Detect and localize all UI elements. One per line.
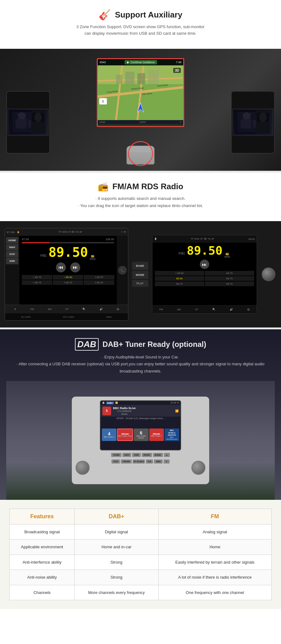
hu-down-btn[interactable]: ▼ xyxy=(164,459,170,464)
hu-band-btn[interactable]: BAND xyxy=(153,453,163,457)
radio-bottom-bar: ⏸ FM AM ST 🔍 🔊 ⏻ xyxy=(5,305,128,313)
ch7-label: DRadle xyxy=(153,433,160,435)
headrest-left-monitor xyxy=(6,91,50,154)
table-row: Channels More channels every frequency O… xyxy=(10,585,272,600)
power-icon[interactable]: ⏻ xyxy=(116,308,119,311)
ams-button[interactable]: AMS xyxy=(6,258,18,264)
right-preset-1[interactable]: 2 89.50 xyxy=(155,271,204,276)
head-unit-knob-left[interactable] xyxy=(76,461,90,475)
row3-dab: Strong xyxy=(75,555,158,570)
radio-tp-indicators: TP EON ST G̈D TA AF xyxy=(58,231,82,233)
right-prev-button[interactable]: ⏭ xyxy=(200,260,209,269)
hu-fmam-btn[interactable]: FM/AM xyxy=(121,459,132,464)
search-icon[interactable]: 🔍 xyxy=(82,308,86,311)
radio-right-display: FM1 89.50 📻 MHz ⏭ 2 89.50 89.75 89.50 xyxy=(152,243,257,305)
svg-rect-20 xyxy=(148,70,159,84)
table-header-row: Features DAB+ FM xyxy=(10,509,272,524)
back-icon: ↩ xyxy=(121,231,123,233)
radio-main-content: HOME NAVI DVD AMS 87.50 108.00 xyxy=(5,236,128,305)
svg-rect-21 xyxy=(116,75,122,84)
row1-dab: Digital signal xyxy=(75,524,158,540)
hu-dab-btn[interactable]: DAB xyxy=(132,453,140,457)
radio-unit-right: 🔋 TP EON ST G̈D TA AF 108.00 FM1 89.50 xyxy=(152,235,257,314)
right-preset-5[interactable]: 89.75 xyxy=(205,281,254,286)
preset-4[interactable]: 4 89.75 xyxy=(22,280,52,285)
right-st-label[interactable]: ST xyxy=(195,308,198,311)
channel-5live[interactable]: DRadle BBC Radio 5Live xyxy=(117,428,133,441)
hu-navi-btn[interactable]: NAVI xyxy=(122,453,131,457)
right-preset-2[interactable]: 89.75 xyxy=(205,271,254,276)
table-row: Broadcasting signal Digital signal Analo… xyxy=(10,524,272,540)
radio-center-display: 87.50 108.00 FM1 89.50 📻 xyxy=(19,236,117,305)
volume-icon[interactable]: 🔊 xyxy=(100,308,103,311)
dab-title: DAB+ Tuner Ready (optional) xyxy=(102,340,206,349)
right-search-icon[interactable]: 🔍 xyxy=(212,308,215,311)
auxiliary-section: 🎸 Support Auxiliary 3 Zone Function Supp… xyxy=(0,0,281,49)
radio-feature1: · It supports automatic search and manua… xyxy=(6,195,275,202)
channel-world[interactable]: BBCWORLDSERVICE BBC WorldService xyxy=(165,428,179,441)
hu-up-btn[interactable]: ▲ xyxy=(164,453,170,457)
st-indicator: ST xyxy=(68,231,71,233)
right-knob-area xyxy=(261,267,276,281)
hu-mode-btn[interactable]: MODE xyxy=(142,453,152,457)
pause-icon[interactable]: ⏸ xyxy=(14,308,16,311)
am-label[interactable]: AM xyxy=(48,308,52,311)
right-preset-active[interactable]: 89.50 xyxy=(155,276,204,281)
right-radio-icon: 📻 xyxy=(225,252,229,255)
comparison-table: Features DAB+ FM Broadcasting signal Dig… xyxy=(9,509,272,601)
right-volume-icon[interactable]: 🔊 xyxy=(230,308,233,311)
phone-icon[interactable]: 📞 xyxy=(118,266,127,275)
hu-ams-btn[interactable]: AMS xyxy=(154,459,163,464)
preset-2-active[interactable]: 2 89.50 xyxy=(53,275,83,280)
mode-label: FM1 xyxy=(40,254,47,257)
af-indicator: AF xyxy=(79,231,82,233)
head-unit-knob-right[interactable] xyxy=(191,461,205,475)
dab-feature1: · Enjoy Audiophile-level Sound in your C… xyxy=(6,354,275,361)
channel-7[interactable]: DRadle BBC Radio 7 xyxy=(149,428,164,441)
head-unit-buttons: HOME NAVI DAB MODE BAND ▲ xyxy=(76,453,205,457)
headrest-right-monitor xyxy=(231,91,275,154)
table-row: Applicable environment Home and in-car H… xyxy=(10,540,272,555)
preset-6[interactable]: 6 89.75 xyxy=(84,280,114,285)
fm-label[interactable]: FM xyxy=(30,308,34,311)
preset-3[interactable]: 3 89.75 xyxy=(84,275,114,280)
signal-icon: 📶 xyxy=(175,409,179,413)
dim-label: DIM xyxy=(11,231,15,233)
home-button[interactable]: HOME xyxy=(6,237,18,244)
th-dab: DAB+ xyxy=(75,509,158,524)
mode-button[interactable]: MODE xyxy=(132,271,148,279)
hu-fa-btn[interactable]: F/A xyxy=(146,459,153,464)
play-button[interactable]: PLAY xyxy=(132,280,148,287)
table-row: Anti-interfernce ability Strong Easily i… xyxy=(10,555,272,570)
preset-1[interactable]: 1 89.75 xyxy=(22,275,52,280)
channel-4[interactable]: 4 BBC Radio 4 xyxy=(102,428,116,441)
radio-right-main: FM1 89.50 📻 MHz ⏭ 2 89.50 89.75 89.50 xyxy=(152,243,257,305)
st-label[interactable]: ST xyxy=(65,308,68,311)
freq-bar xyxy=(22,242,114,243)
right-radio-controls: ⏭ xyxy=(155,260,254,269)
radio-right-knob[interactable] xyxy=(262,267,275,281)
dab-plus-badge: DAB+ xyxy=(106,402,114,404)
right-preset-4[interactable]: 89.75 xyxy=(155,281,204,286)
mhz-label: MHz xyxy=(90,257,96,261)
prev-track-button[interactable]: ⏮ xyxy=(56,262,66,272)
right-am-label[interactable]: AM xyxy=(177,308,181,311)
radio-right-bottom: FM AM ST 🔍 🔊 ⏻ xyxy=(152,305,257,313)
dvd-button[interactable]: DVD xyxy=(6,251,18,257)
hu-dvd-btn[interactable]: DVD xyxy=(111,459,120,464)
right-power-icon[interactable]: ⏻ xyxy=(247,308,249,311)
preset-5[interactable]: 5 89.75 xyxy=(53,280,83,285)
right-fm-label[interactable]: FM xyxy=(159,308,163,311)
hu-home-btn[interactable]: HOME xyxy=(111,453,121,457)
comparison-section: Features DAB+ FM Broadcasting signal Dig… xyxy=(0,500,281,609)
navi-button[interactable]: NAVI xyxy=(6,244,18,251)
right-preset-3[interactable]: 89.75 xyxy=(205,276,254,281)
left-monitor-screen xyxy=(8,109,48,135)
next-track-button[interactable]: ⏭ xyxy=(70,262,80,272)
gps-menu-icon: ≡ xyxy=(180,121,181,124)
dab-status-icons: 01:43 ⚙ xyxy=(170,402,179,404)
center-car-view xyxy=(126,146,155,165)
band-button[interactable]: BAND xyxy=(132,262,148,270)
channel-6[interactable]: 6 BBC Radio 4Music xyxy=(134,428,148,441)
gps-coord1: 4542 xyxy=(100,61,106,64)
